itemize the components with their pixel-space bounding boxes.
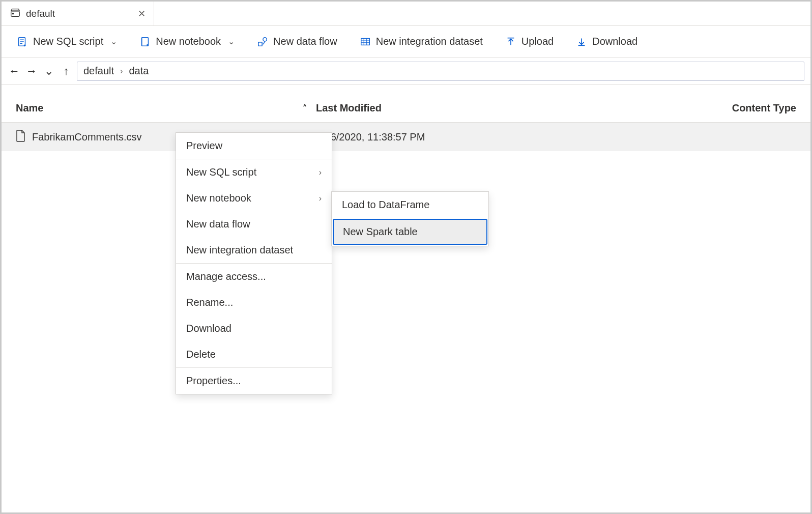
download-icon bbox=[576, 36, 587, 47]
svg-point-4 bbox=[263, 37, 267, 41]
menu-label: New SQL script bbox=[186, 166, 256, 178]
column-header-type[interactable]: Content Type bbox=[732, 102, 796, 114]
submenu-item-load-dataframe[interactable]: Load to DataFrame bbox=[332, 192, 488, 218]
download-button[interactable]: Download bbox=[576, 36, 637, 47]
chevron-right-icon: › bbox=[319, 168, 322, 177]
breadcrumb-child[interactable]: data bbox=[129, 65, 149, 77]
menu-item-properties[interactable]: Properties... bbox=[176, 368, 332, 394]
toolbar-label: Download bbox=[592, 36, 637, 47]
menu-item-manage-access[interactable]: Manage access... bbox=[176, 264, 332, 290]
menu-item-new-integration-dataset[interactable]: New integration dataset bbox=[176, 237, 332, 263]
menu-label: Properties... bbox=[186, 375, 241, 387]
nav-back-icon[interactable]: ← bbox=[8, 65, 21, 78]
tab-bar: default ✕ bbox=[2, 2, 810, 26]
close-icon[interactable]: ✕ bbox=[138, 8, 146, 19]
menu-label: New notebook bbox=[186, 192, 251, 204]
toolbar: New SQL script ⌄ New notebook ⌄ New data… bbox=[2, 26, 810, 58]
upload-button[interactable]: Upload bbox=[505, 36, 554, 47]
context-menu: Preview New SQL script › New notebook › … bbox=[176, 132, 332, 394]
nav-up-icon[interactable]: ↑ bbox=[60, 65, 73, 78]
menu-item-preview[interactable]: Preview bbox=[176, 133, 332, 159]
menu-label: New data flow bbox=[186, 218, 250, 230]
new-sql-script-button[interactable]: New SQL script ⌄ bbox=[17, 36, 117, 47]
storage-icon bbox=[10, 8, 21, 19]
toolbar-label: New SQL script bbox=[33, 36, 103, 47]
menu-label: Rename... bbox=[186, 297, 233, 308]
column-header-modified[interactable]: Last Modified bbox=[316, 102, 732, 114]
chevron-right-icon: › bbox=[319, 194, 322, 203]
svg-rect-3 bbox=[258, 42, 262, 45]
column-header-name[interactable]: Name ˄ bbox=[16, 102, 316, 114]
breadcrumb-root[interactable]: default bbox=[83, 65, 114, 77]
file-name: FabrikamComments.csv bbox=[32, 131, 142, 143]
menu-label: New Spark table bbox=[343, 226, 418, 237]
file-modified: /16/2020, 11:38:57 PM bbox=[316, 131, 796, 143]
chevron-down-icon: ⌄ bbox=[228, 37, 235, 46]
data-flow-icon bbox=[257, 36, 268, 47]
column-label: Content Type bbox=[732, 102, 796, 113]
submenu-new-notebook: Load to DataFrame New Spark table bbox=[331, 191, 489, 246]
tab-default[interactable]: default ✕ bbox=[2, 2, 154, 25]
column-headers: Name ˄ Last Modified Content Type bbox=[2, 94, 810, 123]
menu-item-new-data-flow[interactable]: New data flow bbox=[176, 211, 332, 237]
toolbar-label: New integration dataset bbox=[376, 36, 483, 47]
menu-label: Manage access... bbox=[186, 271, 266, 282]
menu-label: New integration dataset bbox=[186, 244, 293, 256]
sort-asc-icon: ˄ bbox=[303, 103, 307, 113]
menu-item-delete[interactable]: Delete bbox=[176, 341, 332, 367]
tab-title: default bbox=[26, 8, 55, 19]
menu-label: Download bbox=[186, 323, 231, 334]
toolbar-label: Upload bbox=[521, 36, 554, 47]
submenu-item-new-spark-table[interactable]: New Spark table bbox=[333, 219, 487, 245]
chevron-right-icon: › bbox=[120, 67, 123, 76]
nav-row: ← → ⌄ ↑ default › data bbox=[2, 58, 810, 85]
menu-label: Preview bbox=[186, 140, 222, 152]
menu-item-rename[interactable]: Rename... bbox=[176, 290, 332, 316]
breadcrumb[interactable]: default › data bbox=[77, 62, 804, 81]
sql-script-icon bbox=[17, 36, 28, 47]
nav-down-icon[interactable]: ⌄ bbox=[42, 65, 55, 78]
toolbar-label: New data flow bbox=[273, 36, 337, 47]
menu-label: Load to DataFrame bbox=[342, 199, 429, 210]
nav-forward-icon[interactable]: → bbox=[25, 65, 38, 78]
new-data-flow-button[interactable]: New data flow bbox=[257, 36, 337, 47]
column-label: Name bbox=[16, 102, 43, 114]
new-integration-dataset-button[interactable]: New integration dataset bbox=[360, 36, 483, 47]
menu-item-download[interactable]: Download bbox=[176, 316, 332, 341]
column-label: Last Modified bbox=[316, 102, 382, 113]
menu-item-new-sql-script[interactable]: New SQL script › bbox=[176, 159, 332, 185]
file-icon bbox=[16, 130, 26, 145]
toolbar-label: New notebook bbox=[156, 36, 221, 47]
dataset-icon bbox=[360, 36, 371, 47]
table-row[interactable]: FabrikamComments.csv /16/2020, 11:38:57 … bbox=[2, 123, 810, 151]
svg-rect-5 bbox=[361, 38, 369, 45]
new-notebook-button[interactable]: New notebook ⌄ bbox=[139, 36, 235, 47]
notebook-icon bbox=[139, 36, 151, 47]
menu-item-new-notebook[interactable]: New notebook › bbox=[176, 185, 332, 211]
menu-label: Delete bbox=[186, 349, 216, 360]
upload-icon bbox=[505, 36, 516, 47]
chevron-down-icon: ⌄ bbox=[110, 37, 117, 46]
